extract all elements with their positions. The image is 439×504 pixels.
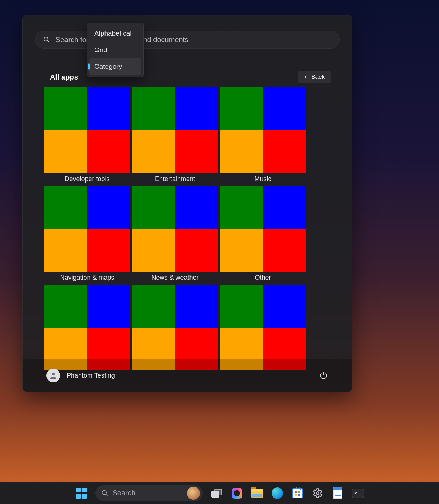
search-highlight-icon xyxy=(187,487,200,500)
power-button[interactable] xyxy=(319,371,328,380)
task-view-button[interactable] xyxy=(211,487,223,499)
task-view-icon xyxy=(211,489,222,498)
menu-item-label: Category xyxy=(94,63,122,71)
search-icon xyxy=(43,36,50,43)
category-tile xyxy=(220,87,306,173)
category-tile xyxy=(44,87,130,173)
category-label: News & weather xyxy=(151,274,198,283)
category-tile xyxy=(132,186,218,272)
copilot-button[interactable] xyxy=(231,487,243,499)
notepad-icon xyxy=(333,487,342,499)
back-button[interactable]: Back xyxy=(298,71,331,83)
start-button[interactable] xyxy=(75,487,88,499)
terminal-icon xyxy=(352,489,364,498)
category-tile xyxy=(220,186,306,272)
power-icon xyxy=(319,371,328,380)
notepad-button[interactable] xyxy=(332,487,344,499)
svg-point-0 xyxy=(44,37,48,41)
category-developer-tools[interactable]: Developer tools xyxy=(44,87,130,184)
all-apps-heading: All apps xyxy=(50,73,78,81)
category-navigation-maps[interactable]: Navigation & maps xyxy=(44,186,130,283)
category-label: Entertainment xyxy=(155,175,195,184)
category-tile xyxy=(44,285,130,370)
category-tile xyxy=(132,87,218,173)
user-name-label: Phantom Testing xyxy=(67,372,115,379)
menu-item-label: Alphabetical xyxy=(94,30,132,37)
svg-point-5 xyxy=(316,492,319,495)
svg-line-1 xyxy=(47,40,49,42)
category-tile xyxy=(132,285,218,370)
back-button-label: Back xyxy=(311,73,325,81)
settings-button[interactable] xyxy=(312,487,324,499)
start-search-bar[interactable] xyxy=(35,31,340,49)
taskbar: Search xyxy=(0,482,439,504)
view-mode-grid[interactable]: Grid xyxy=(89,42,141,58)
copilot-icon xyxy=(232,488,242,499)
chevron-left-icon xyxy=(304,75,308,79)
category-grid: Developer tools Entertainment Music Navi… xyxy=(44,87,327,381)
terminal-button[interactable] xyxy=(352,487,364,499)
category-music[interactable]: Music xyxy=(220,87,306,184)
category-tile xyxy=(44,186,130,272)
taskbar-search[interactable]: Search xyxy=(95,485,203,501)
start-menu-panel: All apps Back Alphabetical Grid Category… xyxy=(22,15,352,392)
view-mode-alphabetical[interactable]: Alphabetical xyxy=(89,25,141,42)
edge-icon xyxy=(272,487,283,499)
category-news-weather[interactable]: News & weather xyxy=(132,186,218,283)
taskbar-search-label: Search xyxy=(113,489,135,497)
gear-icon xyxy=(312,488,323,499)
user-account-button[interactable]: Phantom Testing xyxy=(46,369,115,382)
store-icon xyxy=(292,488,303,498)
category-label: Navigation & maps xyxy=(60,274,114,283)
category-label: Other xyxy=(255,274,271,283)
category-other[interactable]: Other xyxy=(220,186,306,283)
start-footer: Phantom Testing xyxy=(23,359,352,392)
menu-item-label: Grid xyxy=(94,46,107,54)
category-label: Developer tools xyxy=(64,175,109,184)
microsoft-store-button[interactable] xyxy=(291,487,304,499)
svg-point-2 xyxy=(52,373,55,375)
svg-line-4 xyxy=(106,494,107,496)
svg-point-3 xyxy=(102,490,106,495)
category-tile xyxy=(220,285,306,370)
folder-icon xyxy=(251,489,263,498)
category-entertainment[interactable]: Entertainment xyxy=(132,87,218,184)
search-icon xyxy=(101,490,108,497)
user-avatar-icon xyxy=(46,369,60,382)
category-label: Music xyxy=(254,175,271,184)
file-explorer-button[interactable] xyxy=(251,487,263,499)
view-mode-menu: Alphabetical Grid Category xyxy=(87,23,144,77)
view-mode-category[interactable]: Category xyxy=(89,58,141,75)
windows-logo-icon xyxy=(76,488,87,499)
edge-button[interactable] xyxy=(271,487,283,499)
